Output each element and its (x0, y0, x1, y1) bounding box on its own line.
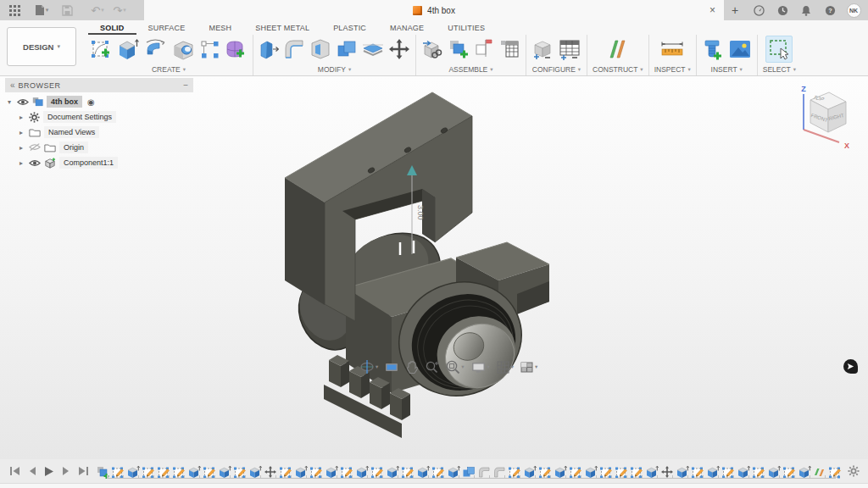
select-tool-icon[interactable] (765, 36, 793, 63)
step-forward-icon[interactable] (59, 466, 72, 477)
chevron-right-icon[interactable]: ▸ (17, 114, 25, 121)
move-copy-icon[interactable] (388, 38, 410, 60)
file-menu-icon[interactable]: ▾ (31, 0, 53, 20)
go-to-end-icon[interactable] (76, 466, 89, 477)
viewcube-x-axis (804, 130, 839, 142)
configuration-icon[interactable] (531, 38, 554, 60)
group-create: CREATE▾ (85, 35, 253, 75)
tab-close-icon[interactable]: × (709, 0, 715, 20)
tab-surface[interactable]: SURFACE (136, 22, 198, 35)
group-inspect: INSPECT▾ (649, 35, 697, 75)
notifications-bell-icon[interactable] (795, 0, 817, 20)
ribbon-tab-row: SOLID SURFACE MESH SHEET METAL PLASTIC M… (88, 22, 497, 35)
title-bar: ▾ ↶ ▾ ↷ ▾ ⌂ 4th box × + ? (0, 0, 868, 20)
revolve-icon[interactable] (144, 38, 168, 60)
caret-down-icon: ▾ (461, 363, 464, 370)
step-back-icon[interactable] (25, 466, 38, 477)
play-icon[interactable] (42, 466, 55, 477)
app-grid-icon[interactable] (3, 0, 25, 20)
timeline-feature-strip (96, 459, 868, 483)
offset-plane-icon[interactable] (605, 37, 631, 61)
help-icon[interactable]: ? (819, 0, 841, 20)
fillet-icon[interactable] (283, 38, 305, 60)
group-label-assemble[interactable]: ASSEMBLE▾ (448, 64, 492, 75)
pan-hand-icon[interactable] (403, 359, 420, 375)
chevron-down-icon[interactable]: ▾ (5, 98, 14, 106)
browser-node-named-views[interactable]: ▸ Named Views (17, 125, 193, 140)
grid-snap-icon[interactable]: ▾ (494, 359, 515, 375)
workspace-switcher[interactable]: DESIGN ▾ (7, 27, 76, 66)
tab-utilities[interactable]: UTILITIES (436, 22, 497, 35)
group-select: SELECT▾ (758, 35, 801, 75)
caret-down-icon: ▾ (183, 66, 186, 73)
new-component-icon[interactable] (448, 38, 470, 60)
activate-radio-icon[interactable]: ◉ (87, 97, 95, 107)
redo-icon[interactable]: ↷ ▾ (108, 0, 131, 20)
browser-node-component1[interactable]: ▸ Component1:1 (17, 155, 193, 170)
user-avatar[interactable]: NK (843, 0, 865, 20)
caret-down-icon: ▾ (490, 66, 492, 73)
press-pull-icon[interactable] (259, 38, 279, 61)
browser-node-origin[interactable]: ▸ Origin (17, 140, 193, 155)
insert-derive-icon[interactable] (421, 38, 443, 60)
new-tab-icon[interactable]: + (724, 0, 746, 20)
tab-plastic[interactable]: PLASTIC (321, 22, 378, 35)
viewports-icon[interactable]: ▾ (518, 360, 539, 374)
group-label-modify[interactable]: MODIFY▾ (318, 64, 351, 75)
bom-table-icon[interactable] (498, 38, 520, 60)
chevron-right-icon[interactable]: ▸ (17, 159, 25, 167)
group-label-construct[interactable]: CONSTRUCT▾ (593, 64, 643, 75)
tab-solid[interactable]: SOLID (88, 22, 136, 35)
shell-icon[interactable] (309, 38, 331, 60)
browser-node-root[interactable]: ▾ 4th box ◉ (5, 94, 193, 109)
feedback-badge-icon[interactable] (843, 359, 858, 374)
timeline-settings-gear-icon[interactable] (848, 465, 860, 477)
visibility-eye-icon[interactable] (17, 98, 29, 106)
group-label-inspect[interactable]: INSPECT▾ (654, 64, 691, 75)
fit-icon[interactable]: ▾ (443, 358, 465, 375)
document-tab-title: 4th box (427, 6, 455, 15)
go-to-start-icon[interactable] (8, 466, 21, 477)
extrude-icon[interactable] (117, 38, 140, 61)
joint-icon[interactable] (474, 38, 494, 60)
create-sketch-icon[interactable] (90, 38, 113, 61)
viewcube-x-axis-label: X (844, 141, 849, 150)
group-label-create[interactable]: CREATE▾ (152, 64, 186, 75)
component-icon (44, 158, 56, 169)
undo-icon[interactable]: ↶ ▾ (86, 0, 108, 20)
measure-icon[interactable] (659, 39, 685, 59)
configuration-table-icon[interactable] (558, 38, 581, 60)
zoom-icon[interactable] (423, 359, 441, 375)
group-label-select[interactable]: SELECT▾ (763, 64, 796, 75)
browser-node-document-settings[interactable]: ▸ Document Settings (17, 109, 193, 125)
visibility-off-eye-icon[interactable] (29, 143, 41, 152)
group-label-insert[interactable]: INSERT▾ (711, 64, 743, 75)
group-label-configure[interactable]: CONFIGURE▾ (532, 64, 581, 75)
view-cube[interactable]: Z X TOP FRONT RIGHT (790, 81, 856, 156)
browser-root-label[interactable]: 4th box (47, 96, 82, 108)
job-status-icon[interactable] (771, 0, 793, 20)
look-at-icon[interactable] (382, 360, 401, 374)
chevron-right-icon[interactable]: ▸ (17, 144, 25, 152)
caret-down-icon: ▾ (535, 363, 537, 370)
tab-sheet-metal[interactable]: SHEET METAL (243, 22, 321, 35)
browser-minimize-icon[interactable]: − (183, 80, 188, 90)
tab-manage[interactable]: MANAGE (378, 22, 436, 35)
split-body-icon[interactable] (362, 40, 384, 58)
navigation-toolbar: ▾ ▾ ▾ ▾ ▾ (358, 358, 539, 376)
hole-icon[interactable] (172, 38, 195, 61)
insert-fastener-icon[interactable] (702, 38, 724, 61)
visibility-eye-icon[interactable] (29, 159, 41, 167)
pattern-icon[interactable] (199, 39, 220, 60)
create-form-icon[interactable] (225, 38, 248, 61)
chevron-right-icon[interactable]: ▸ (17, 129, 25, 136)
display-settings-icon[interactable]: ▾ (469, 360, 492, 374)
orbit-icon[interactable]: ▾ (358, 358, 380, 375)
browser-collapse-icon[interactable]: « (10, 80, 15, 90)
tab-mesh[interactable]: MESH (197, 22, 243, 35)
canvas-image-icon[interactable] (728, 39, 752, 59)
extensions-icon[interactable] (748, 0, 770, 20)
combine-icon[interactable] (336, 38, 358, 60)
document-tab[interactable]: 4th box × (144, 0, 724, 20)
save-icon[interactable] (56, 0, 78, 20)
